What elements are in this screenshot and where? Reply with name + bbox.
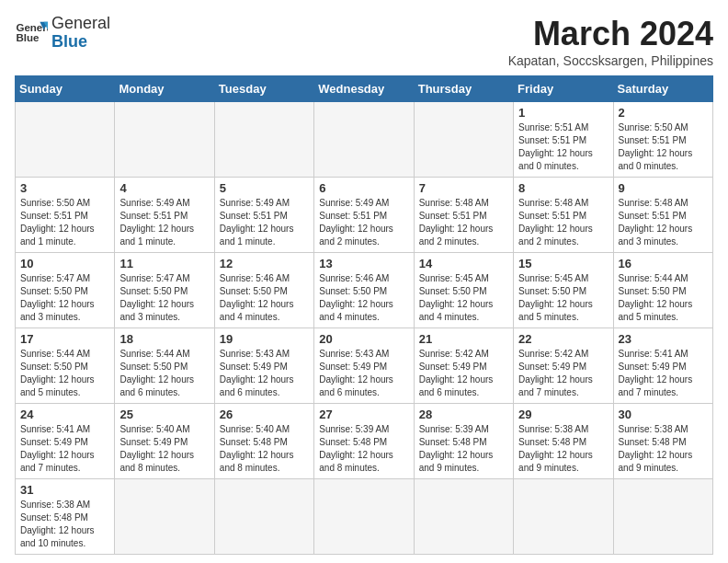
day-number: 3 [20,181,109,195]
day-info: Sunrise: 5:47 AM Sunset: 5:50 PM Dayligh… [20,272,109,324]
day-info: Sunrise: 5:45 AM Sunset: 5:50 PM Dayligh… [419,272,508,324]
weekday-header-cell: Thursday [414,76,513,102]
weekday-header-cell: Sunday [16,76,115,102]
day-info: Sunrise: 5:48 AM Sunset: 5:51 PM Dayligh… [419,197,508,248]
day-info: Sunrise: 5:41 AM Sunset: 5:49 PM Dayligh… [20,423,109,475]
day-number: 4 [119,181,209,195]
day-info: Sunrise: 5:39 AM Sunset: 5:48 PM Dayligh… [419,423,508,475]
day-info: Sunrise: 5:38 AM Sunset: 5:48 PM Dayligh… [518,423,608,475]
day-info: Sunrise: 5:38 AM Sunset: 5:48 PM Dayligh… [20,499,109,550]
calendar-cell: 29Sunrise: 5:38 AM Sunset: 5:48 PM Dayli… [514,404,613,479]
day-number: 12 [220,257,309,270]
calendar-cell [414,102,513,178]
weekday-header-row: SundayMondayTuesdayWednesdayThursdayFrid… [16,76,713,102]
calendar-cell [115,479,214,555]
day-number: 15 [518,257,608,270]
day-number: 5 [220,181,309,195]
calendar-cell: 22Sunrise: 5:42 AM Sunset: 5:49 PM Dayli… [514,328,613,404]
calendar-cell: 31Sunrise: 5:38 AM Sunset: 5:48 PM Dayli… [16,479,115,555]
calendar-cell: 28Sunrise: 5:39 AM Sunset: 5:48 PM Dayli… [414,404,513,479]
calendar-week-row: 31Sunrise: 5:38 AM Sunset: 5:48 PM Dayli… [16,479,713,555]
day-number: 19 [220,332,309,346]
calendar-cell: 17Sunrise: 5:44 AM Sunset: 5:50 PM Dayli… [16,328,115,404]
calendar-cell: 16Sunrise: 5:44 AM Sunset: 5:50 PM Dayli… [613,253,712,328]
calendar-cell: 10Sunrise: 5:47 AM Sunset: 5:50 PM Dayli… [16,253,115,328]
logo-icon: General Blue [15,17,48,50]
calendar-cell: 3Sunrise: 5:50 AM Sunset: 5:51 PM Daylig… [16,178,115,253]
calendar-cell: 24Sunrise: 5:41 AM Sunset: 5:49 PM Dayli… [16,404,115,479]
day-info: Sunrise: 5:42 AM Sunset: 5:49 PM Dayligh… [518,348,608,399]
day-number: 10 [20,257,109,270]
day-number: 13 [319,257,408,270]
weekday-header-cell: Friday [514,76,613,102]
calendar-cell: 2Sunrise: 5:50 AM Sunset: 5:51 PM Daylig… [613,102,712,178]
weekday-header-cell: Saturday [613,76,712,102]
calendar-subtitle: Kapatan, Soccsksargen, Philippines [508,53,713,68]
day-number: 1 [518,106,608,120]
day-info: Sunrise: 5:42 AM Sunset: 5:49 PM Dayligh… [419,348,508,399]
calendar-week-row: 24Sunrise: 5:41 AM Sunset: 5:49 PM Dayli… [16,404,713,479]
day-info: Sunrise: 5:50 AM Sunset: 5:51 PM Dayligh… [20,197,109,248]
title-area: March 2024 Kapatan, Soccsksargen, Philip… [508,15,713,68]
day-number: 28 [419,408,508,421]
calendar-cell: 9Sunrise: 5:48 AM Sunset: 5:51 PM Daylig… [613,178,712,253]
day-number: 25 [119,408,209,421]
calendar-cell: 20Sunrise: 5:43 AM Sunset: 5:49 PM Dayli… [314,328,414,404]
calendar-cell [414,479,513,555]
day-number: 31 [20,483,109,497]
day-number: 11 [119,257,209,270]
calendar-cell: 18Sunrise: 5:44 AM Sunset: 5:50 PM Dayli… [115,328,214,404]
calendar-cell: 4Sunrise: 5:49 AM Sunset: 5:51 PM Daylig… [115,178,214,253]
day-number: 16 [619,257,708,270]
day-info: Sunrise: 5:48 AM Sunset: 5:51 PM Dayligh… [518,197,608,248]
calendar-cell [214,479,313,555]
day-number: 30 [619,408,708,421]
day-info: Sunrise: 5:44 AM Sunset: 5:50 PM Dayligh… [619,272,708,324]
calendar-week-row: 10Sunrise: 5:47 AM Sunset: 5:50 PM Dayli… [16,253,713,328]
weekday-header-cell: Wednesday [314,76,414,102]
calendar-cell [314,102,414,178]
calendar-cell [314,479,414,555]
day-info: Sunrise: 5:41 AM Sunset: 5:49 PM Dayligh… [619,348,708,399]
calendar-cell: 11Sunrise: 5:47 AM Sunset: 5:50 PM Dayli… [115,253,214,328]
day-info: Sunrise: 5:40 AM Sunset: 5:49 PM Dayligh… [119,423,209,475]
day-number: 22 [518,332,608,346]
calendar-cell: 30Sunrise: 5:38 AM Sunset: 5:48 PM Dayli… [613,404,712,479]
day-number: 2 [619,106,708,120]
calendar-body: 1Sunrise: 5:51 AM Sunset: 5:51 PM Daylig… [16,102,713,555]
day-info: Sunrise: 5:51 AM Sunset: 5:51 PM Dayligh… [518,121,608,173]
calendar-title: March 2024 [508,15,713,53]
calendar-cell: 21Sunrise: 5:42 AM Sunset: 5:49 PM Dayli… [414,328,513,404]
day-info: Sunrise: 5:47 AM Sunset: 5:50 PM Dayligh… [119,272,209,324]
weekday-header-cell: Tuesday [214,76,313,102]
calendar-cell: 15Sunrise: 5:45 AM Sunset: 5:50 PM Dayli… [514,253,613,328]
day-number: 6 [319,181,408,195]
day-info: Sunrise: 5:49 AM Sunset: 5:51 PM Dayligh… [220,197,309,248]
calendar-cell: 26Sunrise: 5:40 AM Sunset: 5:48 PM Dayli… [214,404,313,479]
calendar-cell: 6Sunrise: 5:49 AM Sunset: 5:51 PM Daylig… [314,178,414,253]
logo-text: General Blue [51,15,110,52]
day-number: 8 [518,181,608,195]
day-number: 26 [220,408,309,421]
day-info: Sunrise: 5:39 AM Sunset: 5:48 PM Dayligh… [319,423,408,475]
day-number: 18 [119,332,209,346]
logo-line1: General [51,15,110,33]
logo-line2: Blue [51,33,110,52]
calendar-cell [514,479,613,555]
calendar-cell: 19Sunrise: 5:43 AM Sunset: 5:49 PM Dayli… [214,328,313,404]
calendar-cell: 27Sunrise: 5:39 AM Sunset: 5:48 PM Dayli… [314,404,414,479]
day-info: Sunrise: 5:49 AM Sunset: 5:51 PM Dayligh… [319,197,408,248]
day-number: 7 [419,181,508,195]
calendar-cell: 25Sunrise: 5:40 AM Sunset: 5:49 PM Dayli… [115,404,214,479]
svg-text:Blue: Blue [16,32,40,43]
calendar-cell [214,102,313,178]
day-info: Sunrise: 5:38 AM Sunset: 5:48 PM Dayligh… [619,423,708,475]
calendar-cell: 1Sunrise: 5:51 AM Sunset: 5:51 PM Daylig… [514,102,613,178]
calendar-week-row: 17Sunrise: 5:44 AM Sunset: 5:50 PM Dayli… [16,328,713,404]
day-info: Sunrise: 5:46 AM Sunset: 5:50 PM Dayligh… [220,272,309,324]
day-number: 23 [619,332,708,346]
day-number: 20 [319,332,408,346]
calendar-cell: 14Sunrise: 5:45 AM Sunset: 5:50 PM Dayli… [414,253,513,328]
day-info: Sunrise: 5:46 AM Sunset: 5:50 PM Dayligh… [319,272,408,324]
header: General Blue General Blue March 2024 Kap… [15,15,713,68]
